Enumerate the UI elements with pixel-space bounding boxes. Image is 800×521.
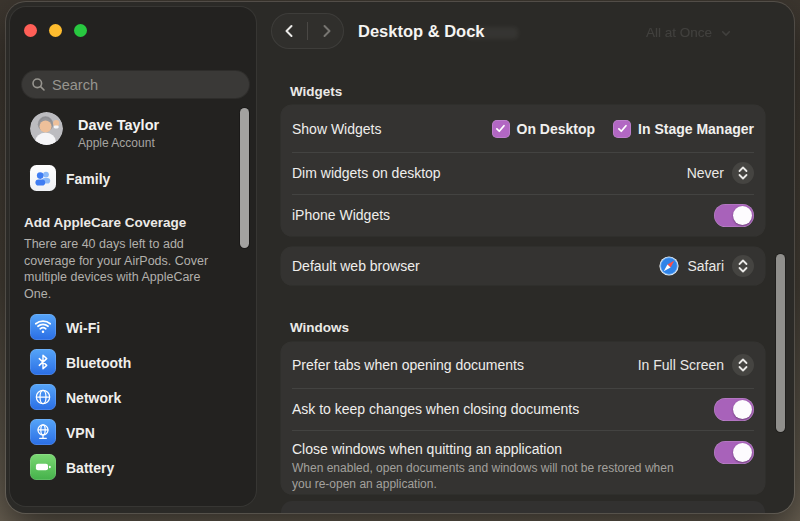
iphone-widgets-label: iPhone Widgets: [292, 207, 390, 223]
up-down-chevrons-icon: [737, 258, 749, 274]
section-header-windows: Windows: [290, 320, 349, 335]
system-settings-window: Dave Taylor Apple Account Family Add App…: [6, 2, 794, 513]
widgets-card: Show Widgets On Desktop In Stage Manager: [281, 105, 765, 236]
sidebar-item-bluetooth[interactable]: Bluetooth: [66, 355, 131, 371]
section-header-widgets: Widgets: [290, 84, 342, 99]
close-windows-toggle[interactable]: [714, 441, 754, 464]
desktop-wallpaper: Dave Taylor Apple Account Family Add App…: [0, 0, 800, 521]
ask-keep-changes-toggle[interactable]: [714, 398, 754, 421]
search-input-field[interactable]: [52, 77, 222, 93]
ghost-scrolled-option: All at Once: [646, 25, 731, 40]
applecare-heading[interactable]: Add AppleCare Coverage: [24, 215, 186, 230]
battery-icon[interactable]: [30, 454, 56, 480]
close-windows-row: Close windows when quitting an applicati…: [281, 430, 765, 494]
default-browser-dropdown[interactable]: [732, 255, 754, 277]
nav-capsule: [272, 14, 343, 48]
family-icon[interactable]: [30, 165, 56, 191]
back-button[interactable]: [272, 14, 307, 48]
zoom-button[interactable]: [74, 24, 87, 37]
ghost-option-value: All at Once: [646, 25, 712, 40]
ask-keep-changes-label: Ask to keep changes when closing documen…: [292, 401, 579, 417]
in-stage-manager-label: In Stage Manager: [638, 121, 754, 137]
iphone-widgets-toggle[interactable]: [714, 204, 754, 227]
toggle-knob: [733, 206, 752, 225]
iphone-widgets-row: iPhone Widgets: [281, 194, 765, 236]
ghost-scrolled-content: [466, 27, 518, 39]
dim-widgets-value: Never: [687, 165, 724, 181]
sidebar-item-wifi[interactable]: Wi-Fi: [66, 320, 100, 336]
close-windows-description: When enabled, open documents and windows…: [292, 461, 692, 492]
chevron-down-icon: [721, 28, 731, 38]
wifi-icon[interactable]: [30, 314, 56, 340]
search-input[interactable]: [22, 71, 249, 98]
browser-card: Default web browser Safa: [281, 247, 765, 285]
default-browser-label: Default web browser: [292, 258, 420, 274]
up-down-chevrons-icon: [737, 165, 749, 181]
in-stage-manager-checkbox[interactable]: [613, 120, 631, 138]
forward-button[interactable]: [308, 14, 343, 48]
on-desktop-label: On Desktop: [517, 121, 596, 137]
vpn-globe-icon[interactable]: [30, 419, 56, 445]
sidebar-item-battery[interactable]: Battery: [66, 460, 114, 476]
sidebar: Dave Taylor Apple Account Family Add App…: [10, 7, 256, 506]
toggle-knob: [733, 400, 752, 419]
on-desktop-checkbox[interactable]: [492, 120, 510, 138]
account-subtitle: Apple Account: [78, 136, 155, 150]
checkmark-icon: [494, 122, 507, 135]
windows-card: Prefer tabs when opening documents In Fu…: [281, 342, 765, 494]
toggle-knob: [733, 443, 752, 462]
dim-widgets-row: Dim widgets on desktop Never: [281, 152, 765, 194]
search-icon: [31, 77, 46, 92]
minimize-button[interactable]: [49, 24, 62, 37]
sidebar-item-family[interactable]: Family: [66, 171, 110, 187]
dim-widgets-dropdown[interactable]: [732, 162, 754, 184]
dim-widgets-label: Dim widgets on desktop: [292, 165, 441, 181]
globe-icon[interactable]: [30, 384, 56, 410]
show-widgets-row: Show Widgets On Desktop In Stage Manager: [281, 105, 765, 152]
ask-keep-changes-row: Ask to keep changes when closing documen…: [281, 388, 765, 430]
next-card-peek: [281, 501, 765, 513]
prefer-tabs-label: Prefer tabs when opening documents: [292, 357, 524, 373]
default-browser-row: Default web browser Safa: [281, 247, 765, 285]
sidebar-item-network[interactable]: Network: [66, 390, 121, 406]
prefer-tabs-row: Prefer tabs when opening documents In Fu…: [281, 342, 765, 388]
prefer-tabs-dropdown[interactable]: [732, 354, 754, 376]
close-windows-label: Close windows when quitting an applicati…: [292, 441, 692, 457]
bluetooth-icon[interactable]: [30, 349, 56, 375]
sidebar-item-vpn[interactable]: VPN: [66, 425, 95, 441]
content-scrollbar[interactable]: [776, 254, 785, 432]
avatar[interactable]: [30, 112, 63, 145]
default-browser-value: Safari: [687, 258, 724, 274]
up-down-chevrons-icon: [737, 357, 749, 373]
sidebar-scrollbar[interactable]: [240, 108, 249, 248]
checkmark-icon: [616, 122, 629, 135]
show-widgets-label: Show Widgets: [292, 121, 381, 137]
close-button[interactable]: [24, 24, 37, 37]
safari-icon: [659, 256, 679, 276]
account-name[interactable]: Dave Taylor: [78, 117, 159, 133]
applecare-body: There are 40 days left to add coverage f…: [24, 236, 226, 302]
prefer-tabs-value: In Full Screen: [638, 357, 724, 373]
